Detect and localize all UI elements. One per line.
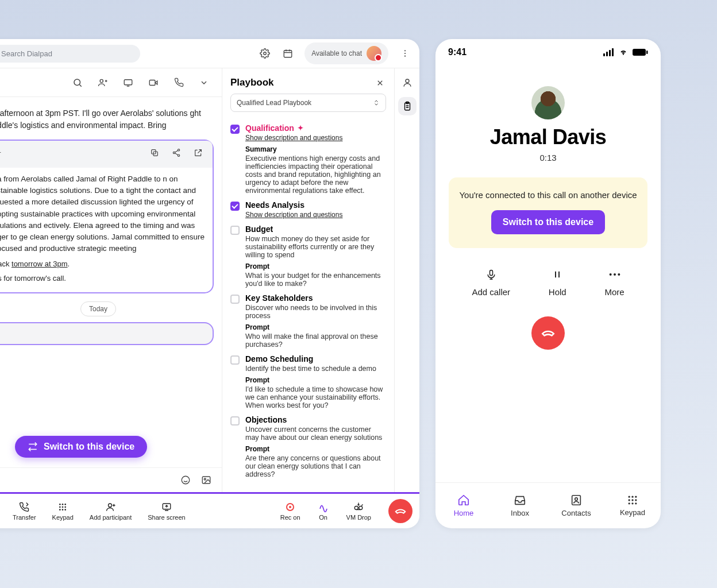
status-label: Available to chat	[311, 49, 362, 57]
svg-point-11	[178, 149, 179, 151]
playbook-item: Key Stakeholders Discover who needs to b…	[230, 293, 386, 349]
tab-contacts[interactable]: Contacts	[548, 483, 604, 528]
hold-button[interactable]: Hold	[549, 268, 566, 297]
checkbox-icon[interactable]	[230, 416, 240, 425]
svg-rect-8	[149, 80, 155, 85]
phone-icon[interactable]	[172, 76, 185, 89]
more-vertical-icon[interactable]	[399, 47, 411, 60]
clock: 9:41	[448, 47, 467, 57]
checkbox-icon[interactable]	[230, 226, 240, 235]
svg-rect-33	[603, 53, 605, 56]
svg-point-16	[204, 478, 206, 480]
share-screen-button[interactable]: Share screen	[148, 501, 185, 521]
svg-rect-34	[606, 52, 608, 56]
svg-point-45	[629, 496, 630, 498]
image-icon[interactable]	[200, 474, 213, 486]
checkbox-icon[interactable]	[230, 202, 240, 211]
desktop-window: Search Dialpad Available to chat	[0, 39, 419, 528]
card-meta-2: M	[0, 154, 1, 163]
search-icon[interactable]	[71, 76, 84, 89]
gear-icon[interactable]	[259, 47, 271, 60]
chevron-down-icon[interactable]	[198, 76, 210, 89]
svg-point-31	[355, 506, 358, 510]
svg-rect-36	[612, 48, 614, 56]
summary-card: 101 M ena from Aerolabs called Jamal of …	[0, 140, 214, 293]
caller-name: Jamal Davis	[490, 125, 607, 149]
hangup-icon	[394, 505, 407, 517]
people-icon[interactable]	[97, 76, 109, 89]
card-body: ena from Aerolabs called Jamal of Right …	[0, 173, 205, 255]
svg-point-3	[404, 53, 406, 54]
keypad-button[interactable]: Keypad	[52, 501, 74, 521]
copy-icon[interactable]	[148, 146, 161, 159]
playbook-item: Needs Analysis Show description and ques…	[230, 200, 386, 219]
share-icon[interactable]	[170, 146, 183, 159]
svg-point-50	[635, 499, 637, 501]
svg-point-47	[635, 496, 637, 498]
checkbox-icon[interactable]	[230, 295, 240, 304]
tab-keypad[interactable]: Keypad	[604, 483, 661, 528]
tab-bar: Home Inbox Contacts Keypad	[435, 482, 661, 528]
cellular-icon	[603, 48, 615, 56]
svg-point-26	[59, 509, 61, 510]
tab-home[interactable]: Home	[435, 483, 492, 528]
playbook-item-name: Key Stakeholders	[245, 293, 386, 303]
bullet-2: s for tomorrow's call.	[0, 273, 205, 284]
battery-icon	[632, 48, 648, 56]
checkbox-icon[interactable]	[230, 125, 240, 134]
switch-device-button[interactable]: Switch to this device	[15, 436, 147, 458]
open-icon[interactable]	[192, 146, 205, 159]
screen-icon[interactable]	[122, 76, 134, 89]
svg-point-17	[406, 79, 409, 83]
record-button[interactable]: Rec on	[280, 501, 300, 521]
avatar-icon	[367, 46, 381, 61]
message-text: his afternoon at 3pm PST. I'll go over A…	[0, 107, 214, 131]
more-button[interactable]: More	[604, 268, 624, 297]
svg-point-46	[631, 496, 633, 498]
svg-rect-1	[284, 51, 292, 57]
transfer-button[interactable]: Transfer	[13, 501, 36, 521]
svg-point-51	[629, 502, 630, 504]
add-caller-button[interactable]: Add caller	[472, 268, 510, 297]
more-icon	[608, 272, 621, 277]
svg-point-42	[618, 273, 620, 276]
svg-rect-35	[609, 50, 611, 56]
callback-time-link[interactable]: tomorrow at 3pm	[11, 260, 68, 268]
svg-point-2	[404, 50, 406, 51]
switch-device-button[interactable]: Switch to this device	[491, 210, 605, 234]
tab-inbox[interactable]: Inbox	[492, 483, 548, 528]
hangup-icon	[541, 326, 556, 341]
svg-point-14	[182, 476, 190, 484]
show-description-link[interactable]: Show description and questions	[245, 211, 386, 219]
status-pill[interactable]: Available to chat	[304, 42, 388, 64]
clipboard-icon[interactable]	[398, 97, 417, 115]
playbook-select[interactable]: Qualified Lead Playbook	[230, 94, 386, 112]
caller-avatar	[531, 86, 565, 119]
svg-point-13	[178, 154, 179, 156]
ai-button[interactable]: On	[318, 501, 329, 521]
add-participant-button[interactable]: Add participant	[90, 501, 132, 521]
call-bottom-bar: old Transfer Keypad Add participant Shar…	[0, 494, 419, 528]
hangup-button[interactable]	[388, 499, 413, 523]
vm-drop-button[interactable]: VM Drop	[346, 501, 371, 521]
inbox-icon	[514, 494, 526, 506]
person-icon[interactable]	[401, 76, 414, 89]
svg-point-12	[173, 152, 175, 153]
show-description-link[interactable]: Show description and questions	[245, 134, 386, 142]
svg-point-27	[62, 509, 64, 510]
svg-point-25	[65, 506, 67, 508]
hangup-button[interactable]	[531, 316, 565, 350]
checkbox-icon[interactable]	[230, 355, 240, 365]
svg-point-41	[614, 273, 616, 276]
video-icon[interactable]	[147, 76, 160, 89]
device-notice: You're connected to this call on another…	[449, 177, 647, 248]
emoji-icon[interactable]	[179, 474, 192, 486]
close-icon[interactable]	[373, 76, 386, 89]
svg-point-4	[404, 56, 406, 57]
search-input[interactable]: Search Dialpad	[0, 45, 140, 63]
svg-point-44	[575, 498, 578, 501]
calendar-icon[interactable]	[282, 47, 294, 60]
pause-icon	[552, 269, 562, 280]
card-meta-1: 101	[0, 146, 1, 154]
playbook-item: Objections Uncover current concerns the …	[230, 415, 386, 478]
